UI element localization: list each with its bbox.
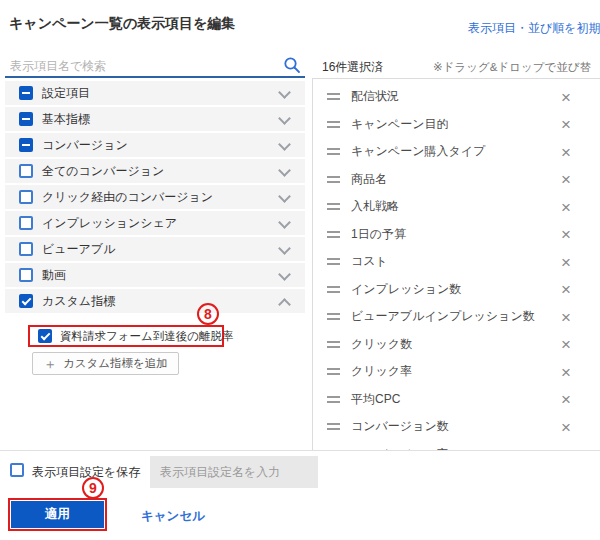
remove-icon[interactable]: × <box>561 143 571 160</box>
remove-icon[interactable]: × <box>561 418 571 435</box>
plus-icon: ＋ <box>43 357 57 371</box>
selected-item-row[interactable]: インプレッション数× <box>313 276 600 304</box>
category-label: 動画 <box>42 267 66 284</box>
category-checkbox[interactable] <box>19 138 33 152</box>
search-input[interactable] <box>8 55 277 77</box>
selected-item-label: 商品名 <box>351 171 387 188</box>
selected-item-row[interactable]: コンバージョン率× <box>313 441 600 451</box>
dialog-title: キャンペーン一覧の表示項目を編集 <box>9 15 235 33</box>
category-row[interactable]: 基本指標 <box>5 107 305 131</box>
selected-item-row[interactable]: キャンペーン目的× <box>313 111 600 139</box>
selected-item-row[interactable]: 平均CPC× <box>313 386 600 414</box>
selected-item-row[interactable]: 配信状況× <box>313 83 600 111</box>
category-checkbox[interactable] <box>19 190 33 204</box>
category-row[interactable]: 全てのコンバージョン <box>5 159 305 183</box>
drag-handle-icon[interactable] <box>327 313 340 320</box>
custom-metric-checkbox[interactable] <box>38 329 52 343</box>
selected-item-row[interactable]: 商品名× <box>313 166 600 194</box>
drag-handle-icon[interactable] <box>327 286 340 293</box>
cancel-link[interactable]: キャンセル <box>141 508 205 525</box>
reset-display-order-link[interactable]: 表示項目・並び順を初期 <box>468 20 600 37</box>
chevron-up-icon[interactable] <box>278 298 291 311</box>
chevron-down-icon[interactable] <box>278 216 291 229</box>
selected-item-row[interactable]: キャンペーン購入タイプ× <box>313 138 600 166</box>
drag-handle-icon[interactable] <box>327 203 340 210</box>
selected-item-row[interactable]: クリック率× <box>313 358 600 386</box>
remove-icon[interactable]: × <box>561 336 571 353</box>
category-row[interactable]: インプレッションシェア <box>5 211 305 235</box>
drag-handle-icon[interactable] <box>327 93 340 100</box>
annotation-badge-9: 9 <box>82 477 104 499</box>
category-row[interactable]: 設定項目 <box>5 81 305 105</box>
remove-icon[interactable]: × <box>561 171 571 188</box>
remove-icon[interactable]: × <box>561 88 571 105</box>
selected-items-list: 配信状況×キャンペーン目的×キャンペーン購入タイプ×商品名×入札戦略×1日の予算… <box>312 78 600 450</box>
category-list: 設定項目基本指標コンバージョン全てのコンバージョンクリック経由のコンバージョンイ… <box>5 81 305 315</box>
search-row <box>5 55 305 78</box>
selected-item-label: キャンペーン購入タイプ <box>351 143 485 160</box>
selected-item-row[interactable]: コスト× <box>313 248 600 276</box>
remove-icon[interactable]: × <box>561 308 571 325</box>
selected-item-label: 平均CPC <box>351 391 400 408</box>
footer-divider <box>0 450 600 451</box>
apply-button[interactable]: 適用 <box>11 501 104 528</box>
chevron-down-icon[interactable] <box>278 268 291 281</box>
category-row[interactable]: コンバージョン <box>5 133 305 157</box>
selected-item-label: キャンペーン目的 <box>351 116 448 133</box>
selected-item-label: 1日の予算 <box>351 226 406 243</box>
remove-icon[interactable]: × <box>561 198 571 215</box>
category-checkbox[interactable] <box>19 86 33 100</box>
selected-item-row[interactable]: 1日の予算× <box>313 221 600 249</box>
drag-handle-icon[interactable] <box>327 341 340 348</box>
custom-metric-item[interactable]: 資料請求フォーム到達後の離脱率 <box>28 325 224 347</box>
selected-item-label: インプレッション数 <box>351 281 461 298</box>
selected-item-row[interactable]: 入札戦略× <box>313 193 600 221</box>
category-checkbox[interactable] <box>19 268 33 282</box>
selected-item-label: コスト <box>351 253 388 270</box>
drag-handle-icon[interactable] <box>327 258 340 265</box>
remove-icon[interactable]: × <box>561 226 571 243</box>
category-checkbox[interactable] <box>19 164 33 178</box>
selected-item-label: コンバージョン数 <box>351 418 449 435</box>
custom-metric-label: 資料請求フォーム到達後の離脱率 <box>60 329 234 344</box>
category-row[interactable]: カスタム指標 <box>5 289 305 313</box>
chevron-down-icon[interactable] <box>278 138 291 151</box>
drag-handle-icon[interactable] <box>327 423 340 430</box>
chevron-down-icon[interactable] <box>278 86 291 99</box>
remove-icon[interactable]: × <box>561 281 571 298</box>
save-settings-checkbox[interactable] <box>10 463 24 477</box>
save-settings-name-input[interactable] <box>150 456 318 488</box>
drag-handle-icon[interactable] <box>327 396 340 403</box>
chevron-down-icon[interactable] <box>278 190 291 203</box>
chevron-down-icon[interactable] <box>278 164 291 177</box>
add-custom-metric-button[interactable]: ＋ カスタム指標を追加 <box>32 352 179 375</box>
selected-item-row[interactable]: ビューアブルインプレッション数× <box>313 303 600 331</box>
drag-drop-hint: ※ドラッグ&ドロップで並び替 <box>433 60 591 75</box>
drag-handle-icon[interactable] <box>327 368 340 375</box>
category-checkbox[interactable] <box>19 242 33 256</box>
drag-handle-icon[interactable] <box>327 231 340 238</box>
category-checkbox[interactable] <box>19 294 33 308</box>
chevron-down-icon[interactable] <box>278 112 291 125</box>
category-checkbox[interactable] <box>19 216 33 230</box>
category-label: クリック経由のコンバージョン <box>42 189 213 206</box>
remove-icon[interactable]: × <box>561 116 571 133</box>
remove-icon[interactable]: × <box>561 391 571 408</box>
chevron-down-icon[interactable] <box>278 242 291 255</box>
drag-handle-icon[interactable] <box>327 148 340 155</box>
category-row[interactable]: 動画 <box>5 263 305 287</box>
selected-item-label: 配信状況 <box>351 88 399 105</box>
selected-item-row[interactable]: クリック数× <box>313 331 600 359</box>
drag-handle-icon[interactable] <box>327 121 340 128</box>
add-custom-metric-label: カスタム指標を追加 <box>63 356 168 371</box>
category-row[interactable]: ビューアブル <box>5 237 305 261</box>
drag-handle-icon[interactable] <box>327 176 340 183</box>
category-checkbox[interactable] <box>19 112 33 126</box>
selected-item-label: 入札戦略 <box>351 198 399 215</box>
selected-item-label: ビューアブルインプレッション数 <box>351 308 535 325</box>
selected-item-row[interactable]: コンバージョン数× <box>313 413 600 441</box>
search-icon[interactable] <box>283 56 301 74</box>
remove-icon[interactable]: × <box>561 253 571 270</box>
category-row[interactable]: クリック経由のコンバージョン <box>5 185 305 209</box>
remove-icon[interactable]: × <box>561 363 571 380</box>
